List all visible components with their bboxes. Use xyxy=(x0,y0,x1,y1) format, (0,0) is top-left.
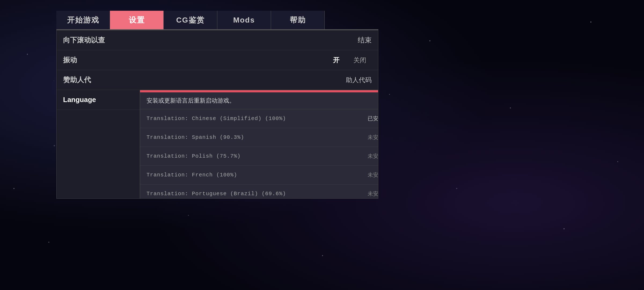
main-container: 开始游戏 设置 CG鉴赏 Mods 帮助 向下滚动以查 结束 振动 振动 xyxy=(56,11,378,199)
sponsor-code[interactable]: 助人代码 xyxy=(346,76,372,84)
sponsor-row: 赞助人代 助人代码 xyxy=(57,70,378,90)
lang-status-french: 未安装 xyxy=(368,171,378,179)
vibration-row: 振动 振动 开 关闭 xyxy=(57,50,378,70)
tab-settings[interactable]: 设置 xyxy=(110,11,164,29)
sponsor-label: 赞助人代 xyxy=(63,75,117,85)
lang-name-french: Translation: French (100%) xyxy=(147,172,368,178)
settings-panel: 向下滚动以查 结束 振动 振动 开 关闭 赞助人代 助人代码 Language xyxy=(56,30,378,199)
lang-name-polish: Translation: Polish (75.7%) xyxy=(147,153,368,159)
tab-mods[interactable]: Mods xyxy=(217,11,271,29)
lang-notice: 安装或更新语言后重新启动游戏。 xyxy=(140,92,378,109)
lang-item-portuguese[interactable]: Translation: Portuguese (Brazil) (69.6%)… xyxy=(140,184,378,199)
tab-bar: 开始游戏 设置 CG鉴赏 Mods 帮助 xyxy=(56,11,378,30)
lang-header-bar xyxy=(140,90,378,92)
scroll-hint-label: 向下滚动以查 xyxy=(63,35,117,45)
tab-cg[interactable]: CG鉴赏 xyxy=(164,11,217,29)
lang-item-polish[interactable]: Translation: Polish (75.7%) 未安装 xyxy=(140,147,378,166)
vibration-off-button[interactable]: 关闭 xyxy=(348,54,372,66)
lang-name-portuguese: Translation: Portuguese (Brazil) (69.6%) xyxy=(147,191,368,197)
lang-status-chinese: 已安装 xyxy=(368,115,378,122)
lang-status-polish: 未安装 xyxy=(368,153,378,160)
language-label: Language xyxy=(63,96,117,104)
lang-name-spanish: Translation: Spanish (90.3%) xyxy=(147,134,368,140)
lang-item-spanish[interactable]: Translation: Spanish (90.3%) 未安装 xyxy=(140,128,378,147)
tab-help[interactable]: 帮助 xyxy=(271,11,325,29)
lang-name-chinese: Translation: Chinese (Simplified) (100%) xyxy=(147,115,368,122)
end-label[interactable]: 结束 xyxy=(358,35,372,45)
scroll-hint-row: 向下滚动以查 结束 xyxy=(57,30,378,50)
lang-item-chinese[interactable]: Translation: Chinese (Simplified) (100%)… xyxy=(140,109,378,128)
vibration-label: 振动 xyxy=(63,55,117,65)
language-dropdown: 安装或更新语言后重新启动游戏。 Translation: Chinese (Si… xyxy=(140,90,378,199)
vibration-on-button[interactable]: 开 xyxy=(328,54,345,66)
lang-status-portuguese: 未安装 xyxy=(368,190,378,197)
tab-start[interactable]: 开始游戏 xyxy=(56,11,110,29)
lang-status-spanish: 未安装 xyxy=(368,134,378,141)
language-row: Language ish 安装或更新语言后重新启动游戏。 Translation xyxy=(57,90,378,110)
lang-item-french[interactable]: Translation: French (100%) 未安装 xyxy=(140,166,378,184)
